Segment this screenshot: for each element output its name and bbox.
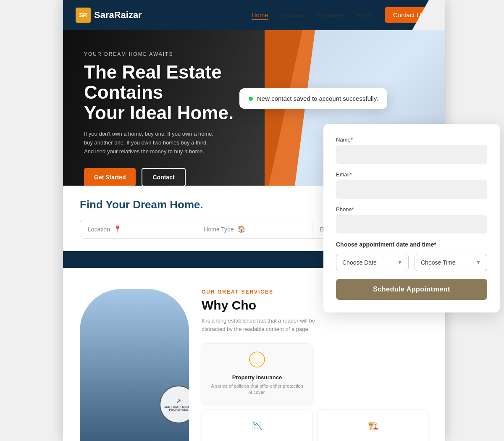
nav-link-properties[interactable]: Properties <box>316 11 344 18</box>
svg-text:📉: 📉 <box>252 420 262 430</box>
nav-link-services[interactable]: Services <box>280 11 304 18</box>
email-field: Email* <box>336 171 487 199</box>
hero-eyebrow: YOUR DREAM HOME AWAITS <box>84 51 234 57</box>
home-type-field[interactable]: Home Type 🏠 <box>196 220 312 238</box>
nav-link-about[interactable]: About <box>357 11 373 18</box>
service-card-property: 🏗️ Perfect Property No longer have to ne… <box>318 409 428 441</box>
phone-input[interactable] <box>336 215 487 234</box>
logo-icon: SR <box>76 8 91 23</box>
navbar: SR SaraRaizar Home Services Properties A… <box>63 0 445 30</box>
nav-item-properties[interactable]: Properties <box>316 11 344 19</box>
home-icon: 🏠 <box>237 225 246 233</box>
see-more-badge[interactable]: ↗ SEE • OUR • MORE • PROPERTIES <box>160 386 189 423</box>
phone-label: Phone* <box>336 206 487 213</box>
choose-time-picker[interactable]: Choose Time ▼ <box>415 254 487 271</box>
nav-item-services[interactable]: Services <box>280 11 304 19</box>
navbar-logo: SR SaraRaizar <box>76 8 142 23</box>
location-icon: 📍 <box>113 225 122 233</box>
property-icon: 🏗️ <box>325 417 421 437</box>
service-cards: 💰 Property Insurance A series of policie… <box>202 343 428 441</box>
service-card-commission: 📉 Lowest Commission No longer have to ne… <box>202 409 312 441</box>
nav-link-contact[interactable]: Contact Us <box>385 7 433 23</box>
svg-point-0 <box>249 352 265 367</box>
nav-links: Home Services Properties About Contact U… <box>252 11 433 19</box>
phone-field: Phone* <box>336 206 487 234</box>
location-label: Location <box>88 226 110 233</box>
insurance-icon: 💰 <box>209 351 305 371</box>
hero-subtitle: If you don't own a home, buy one. If you… <box>84 130 218 156</box>
hero-content: YOUR DREAM HOME AWAITS The Real Estate C… <box>84 51 234 186</box>
toast-notification: New contact saved to account successfull… <box>239 88 387 109</box>
time-arrow-icon: ▼ <box>476 260 481 265</box>
contact-form-panel: Name* Email* Phone* Choose appointment d… <box>323 124 500 312</box>
toast-message: New contact saved to account successfull… <box>257 95 378 102</box>
choose-date-picker[interactable]: Choose Date ▼ <box>336 254 409 271</box>
nav-item-home[interactable]: Home <box>252 11 268 19</box>
svg-text:🏗️: 🏗️ <box>368 420 378 430</box>
get-started-button[interactable]: Get Started <box>84 168 136 186</box>
name-input[interactable] <box>336 145 487 164</box>
nav-link-home[interactable]: Home <box>252 11 268 20</box>
commission-icon: 📉 <box>209 417 305 437</box>
insurance-title: Property Insurance <box>209 374 305 381</box>
logo-text: SaraRaizar <box>94 10 142 21</box>
contact-button[interactable]: Contact <box>142 168 185 186</box>
location-field[interactable]: Location 📍 <box>80 220 196 238</box>
home-type-label: Home Type <box>204 226 234 233</box>
nav-item-contact[interactable]: Contact Us <box>385 11 433 19</box>
building-image: ↗ SEE • OUR • MORE • PROPERTIES <box>80 289 189 441</box>
email-input[interactable] <box>336 180 487 199</box>
toast-status-dot <box>249 97 253 101</box>
schedule-appointment-button[interactable]: Schedule Appointment <box>336 279 487 300</box>
nav-item-about[interactable]: About <box>357 11 373 19</box>
name-field: Name* <box>336 136 487 164</box>
hero-title: The Real Estate Contains Your Ideal Home… <box>84 62 234 123</box>
insurance-desc: A series of policies that offer either p… <box>209 383 305 396</box>
service-card-insurance: 💰 Property Insurance A series of policie… <box>202 343 312 404</box>
name-label: Name* <box>336 136 487 143</box>
email-label: Email* <box>336 171 487 178</box>
date-time-row: Choose Date ▼ Choose Time ▼ <box>336 254 487 271</box>
hero-buttons: Get Started Contact <box>84 168 234 186</box>
services-description: It is a long established fact that a rea… <box>202 317 336 333</box>
datetime-label: Choose appointment date and time* <box>336 241 487 248</box>
date-arrow-icon: ▼ <box>397 260 402 265</box>
